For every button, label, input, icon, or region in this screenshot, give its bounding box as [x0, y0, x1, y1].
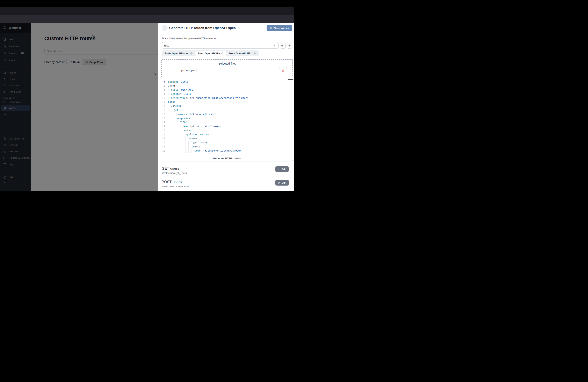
required-asterisk: * [216, 37, 217, 40]
edit-route-button[interactable]: Edit [275, 180, 289, 186]
line-number: 15 [161, 137, 167, 141]
eye-icon [281, 44, 284, 47]
page-content: Windmill testFavoritesSearch⌘kAsk AI Hom… [0, 23, 294, 191]
code-line: openapi: 3.0.0 [167, 80, 294, 84]
line-number: 5 [161, 96, 167, 100]
tab-from-openapi-file[interactable]: From OpenAPI file [195, 51, 226, 56]
code-line: title: User API [167, 88, 294, 92]
line-number: 10 [161, 116, 167, 120]
code-line: application/json: [167, 133, 294, 137]
tab-paste-openapi-spec[interactable]: Paste OpenAPI spec [162, 51, 195, 56]
editor-code: openapi: 3.0.0info:title: User APIversio… [167, 80, 294, 154]
code-line: paths: [167, 100, 294, 104]
edit-label: Edit [282, 181, 286, 184]
drawer-header: Generate HTTP routes from OpenAPI spec S… [158, 23, 294, 33]
modal-overlay[interactable] [0, 23, 158, 191]
pencil-icon [278, 181, 280, 184]
code-line: items: [167, 145, 294, 149]
folder-select-value: test [164, 44, 168, 47]
info-icon [253, 52, 256, 55]
drawer-generate-routes: Generate HTTP routes from OpenAPI spec S… [158, 23, 294, 191]
code-line: '200': [167, 120, 294, 125]
code-line: summary: Retrieve all users [167, 112, 294, 116]
code-line: version: 1.0.0 [167, 92, 294, 96]
code-line: description: API supporting CRUD operati… [167, 96, 294, 100]
code-line: content: [167, 128, 294, 133]
line-number: 11 [161, 120, 167, 125]
line-number: 14 [161, 133, 167, 137]
save-routes-button[interactable]: Save routes [267, 25, 292, 31]
code-line: responses: [167, 116, 294, 120]
line-number: 12 [161, 125, 167, 128]
selected-file-label: Selected file: [162, 62, 293, 65]
selected-file-name: openapi.yaml [180, 68, 197, 72]
code-line: get: [167, 108, 294, 112]
edit-label: Edit [282, 168, 286, 171]
route-card-get-users: GET usersf/test/retrieve_all_usersEdit [162, 166, 291, 178]
line-number: 7 [161, 104, 167, 108]
folder-select[interactable]: test [162, 42, 279, 49]
close-button[interactable] [162, 25, 168, 31]
line-number: 3 [161, 88, 167, 92]
plus-icon [288, 44, 291, 47]
save-icon [269, 27, 273, 30]
line-number: 1 [161, 80, 167, 84]
tab-label: From OpenAPI URL [229, 52, 252, 55]
tab-from-openapi-url[interactable]: From OpenAPI URL [226, 51, 258, 56]
code-line: post: [167, 153, 294, 154]
route-card-post-users: POST usersf/test/create_a_new_userEdit [162, 180, 291, 191]
line-number: 4 [161, 92, 167, 96]
trash-icon [281, 69, 285, 72]
line-number: 16 [161, 141, 167, 145]
line-number: 17 [161, 145, 167, 149]
code-line: type: array [167, 141, 294, 145]
line-number: 19 [161, 153, 167, 154]
yaml-code-editor[interactable]: 12345678910111213141516171819 openapi: 3… [161, 79, 294, 154]
browser-toolbar: http://localhost:3000/routes?filter_path… [0, 15, 294, 23]
route-name: GET users [162, 166, 291, 170]
pencil-icon [278, 168, 280, 170]
route-path: f/test/create_a_new_user [162, 185, 291, 188]
remove-file-button[interactable] [279, 67, 287, 74]
generate-routes-button[interactable]: Generate HTTP routes [161, 155, 293, 161]
save-routes-label: Save routes [274, 27, 289, 30]
chevron-down-icon [273, 44, 276, 47]
macos-menubar [0, 0, 294, 7]
openapi-source-tabs: Paste OpenAPI specFrom OpenAPI fileFrom … [162, 50, 259, 56]
line-number: 9 [161, 112, 167, 116]
code-line: description: List of users [167, 125, 294, 128]
code-line: $ref: '#/components/schemas/User' [167, 149, 294, 153]
file-dropzone: Selected file: openapi.yaml [161, 59, 293, 77]
editor-gutter: 12345678910111213141516171819 [161, 80, 167, 154]
code-line: schema: [167, 137, 294, 141]
code-line: /users: [167, 104, 294, 108]
info-icon [221, 52, 224, 55]
edit-route-button[interactable]: Edit [275, 166, 289, 172]
route-path: f/test/retrieve_all_users [162, 172, 291, 174]
tab-label: Paste OpenAPI spec [165, 52, 189, 55]
drawer-title: Generate HTTP routes from OpenAPI spec [169, 26, 236, 30]
editor-scrollbar-thumb[interactable] [288, 79, 293, 80]
screen: HTTP triggers | Windmill http://localhos… [0, 0, 294, 191]
line-number: 6 [161, 100, 167, 104]
browser-tab-strip: HTTP triggers | Windmill [0, 7, 294, 15]
info-icon [190, 52, 193, 55]
close-icon [163, 27, 166, 29]
code-line: info: [167, 84, 294, 88]
line-number: 18 [161, 149, 167, 153]
folder-picker-label: Pick a folder to bind the generated HTTP… [162, 37, 217, 40]
route-name: POST users [162, 180, 291, 184]
view-folder-button[interactable] [280, 42, 286, 49]
line-number: 2 [161, 84, 167, 88]
line-number: 13 [161, 128, 167, 133]
line-number: 8 [161, 108, 167, 112]
add-folder-button[interactable] [287, 42, 292, 49]
tab-label: From OpenAPI file [198, 52, 220, 55]
